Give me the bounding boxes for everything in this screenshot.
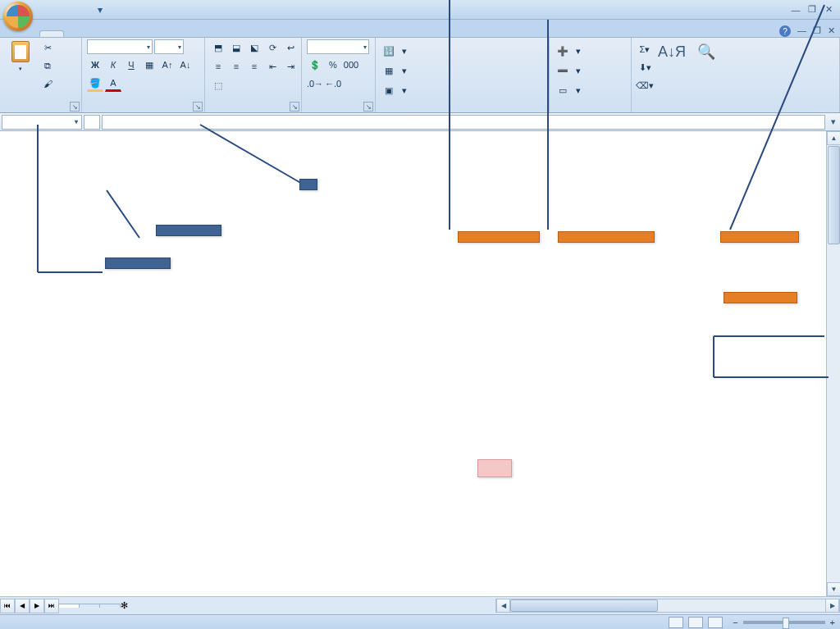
font-launcher[interactable]: ↘ <box>193 102 203 112</box>
autosum-icon[interactable]: Σ▾ <box>637 41 653 57</box>
zoom-in-icon[interactable]: + <box>830 618 835 627</box>
group-font-label <box>87 110 199 112</box>
scroll-right-icon[interactable]: ▶ <box>825 599 839 613</box>
decrease-decimal-icon[interactable]: ←.0 <box>325 75 341 92</box>
sheet-nav-prev-icon[interactable]: ◀ <box>15 599 30 613</box>
format-as-table-button[interactable]: ▦ ▾ <box>381 62 409 79</box>
group-cells-label <box>555 110 626 112</box>
grow-font-icon[interactable]: A↑ <box>159 57 176 73</box>
increase-indent-icon[interactable]: ⇥ <box>282 58 299 75</box>
qat-more-icon[interactable]: ▾ <box>94 3 107 16</box>
font-size-combo[interactable] <box>154 39 184 54</box>
border-button[interactable]: ▦ <box>141 57 158 73</box>
tab-review[interactable] <box>162 30 187 37</box>
page-layout-view-icon[interactable] <box>688 617 703 628</box>
insert-icon: ➕ <box>556 44 569 57</box>
cell-styles-button[interactable]: ▣ ▾ <box>381 82 409 98</box>
page-break-view-icon[interactable] <box>708 617 723 628</box>
format-icon: ▭ <box>556 84 569 97</box>
horizontal-scrollbar[interactable]: ◀ ▶ <box>495 599 840 613</box>
name-box[interactable] <box>2 115 82 130</box>
sort-filter-button[interactable]: А↓Я <box>656 39 687 66</box>
sheet-tab-3[interactable] <box>99 604 121 608</box>
undo-icon[interactable] <box>57 3 71 16</box>
redo-icon[interactable] <box>75 3 89 16</box>
insert-cells-button[interactable]: ➕ ▾ <box>555 43 582 59</box>
clipboard-icon <box>11 41 30 62</box>
align-middle-icon[interactable]: ⬓ <box>228 39 244 56</box>
tab-page-layout[interactable] <box>89 30 113 37</box>
worksheet-grid[interactable] <box>0 131 826 596</box>
new-sheet-icon[interactable]: ✻ <box>121 600 128 611</box>
paste-button[interactable]: ▾ <box>5 39 36 74</box>
tab-data[interactable] <box>138 30 162 37</box>
office-button[interactable] <box>3 2 33 31</box>
find-select-button[interactable]: 🔍 <box>691 39 722 66</box>
restore-icon[interactable]: ❐ <box>806 4 819 16</box>
merge-cells-icon[interactable]: ⬚ <box>210 77 226 93</box>
scroll-up-icon[interactable]: ▲ <box>827 131 840 145</box>
cut-icon[interactable]: ✂ <box>39 39 56 56</box>
decrease-indent-icon[interactable]: ⇤ <box>264 58 281 75</box>
conditional-formatting-button[interactable]: 🔢 ▾ <box>381 43 409 59</box>
align-right-icon[interactable]: ≡ <box>246 58 262 75</box>
scroll-left-icon[interactable]: ◀ <box>496 599 510 613</box>
delete-cells-button[interactable]: ➖ ▾ <box>555 62 582 79</box>
clipboard-launcher[interactable]: ↘ <box>70 102 80 112</box>
annotation-scrollbars <box>724 292 797 303</box>
zoom-out-icon[interactable]: − <box>733 618 737 627</box>
increase-decimal-icon[interactable]: .0→ <box>307 75 323 92</box>
copy-icon[interactable]: ⧉ <box>39 57 56 74</box>
format-painter-icon[interactable]: 🖌 <box>39 75 56 92</box>
vertical-scrollbar[interactable]: ▲ ▼ <box>826 131 840 596</box>
sheet-nav-first-icon[interactable]: ⏮ <box>0 599 15 613</box>
align-bottom-icon[interactable]: ⬕ <box>246 39 262 56</box>
font-color-button[interactable]: A <box>105 75 121 92</box>
align-top-icon[interactable]: ⬒ <box>210 39 226 56</box>
close-icon[interactable]: ✕ <box>822 4 835 16</box>
normal-view-icon[interactable] <box>669 617 683 628</box>
align-left-icon[interactable]: ≡ <box>210 58 226 75</box>
help-icon[interactable]: ? <box>779 25 791 37</box>
scroll-thumb-h[interactable] <box>510 599 658 612</box>
percent-icon[interactable]: % <box>325 57 341 73</box>
wrap-text-icon[interactable]: ↩ <box>282 39 299 56</box>
zoom-slider[interactable] <box>743 621 825 624</box>
scroll-thumb-v[interactable] <box>828 146 840 244</box>
sheet-nav-next-icon[interactable]: ▶ <box>30 599 44 613</box>
delete-icon: ➖ <box>556 64 569 77</box>
wb-minimize-icon[interactable]: — <box>797 25 806 37</box>
expand-formula-icon[interactable]: ▾ <box>827 116 840 127</box>
cond-format-icon: 🔢 <box>382 44 395 57</box>
align-center-icon[interactable]: ≡ <box>228 58 244 75</box>
currency-icon[interactable]: 💲 <box>307 57 323 73</box>
minimize-icon[interactable]: — <box>789 4 802 16</box>
formula-bar-input[interactable] <box>102 115 825 130</box>
sheet-tab-2[interactable] <box>79 604 100 608</box>
fill-color-button[interactable]: 🪣 <box>87 75 103 92</box>
tab-formulas[interactable] <box>113 30 138 37</box>
save-icon[interactable] <box>39 3 52 16</box>
wb-restore-icon[interactable]: ❐ <box>813 25 821 37</box>
alignment-launcher[interactable]: ↘ <box>290 102 299 112</box>
number-launcher[interactable]: ↘ <box>363 102 373 112</box>
orientation-icon[interactable]: ⟳ <box>264 39 281 56</box>
shrink-font-icon[interactable]: A↓ <box>177 57 194 73</box>
sheet-nav-last-icon[interactable]: ⏭ <box>44 599 59 613</box>
tab-home[interactable] <box>39 30 64 37</box>
tab-view[interactable] <box>187 30 212 37</box>
comma-icon[interactable]: 000 <box>343 57 359 73</box>
insert-function-button[interactable] <box>84 115 100 130</box>
tab-insert[interactable] <box>64 30 89 37</box>
font-name-combo[interactable] <box>87 39 153 54</box>
number-format-combo[interactable] <box>307 39 369 54</box>
format-cells-button[interactable]: ▭ ▾ <box>555 82 582 98</box>
fill-icon[interactable]: ⬇▾ <box>637 59 653 75</box>
sheet-tab-1[interactable] <box>58 604 80 608</box>
clear-icon[interactable]: ⌫▾ <box>637 77 653 93</box>
bold-button[interactable]: Ж <box>87 57 103 73</box>
underline-button[interactable]: Ч <box>123 57 139 73</box>
italic-button[interactable]: К <box>105 57 121 73</box>
wb-close-icon[interactable]: ✕ <box>828 25 835 37</box>
scroll-down-icon[interactable]: ▼ <box>827 582 840 596</box>
